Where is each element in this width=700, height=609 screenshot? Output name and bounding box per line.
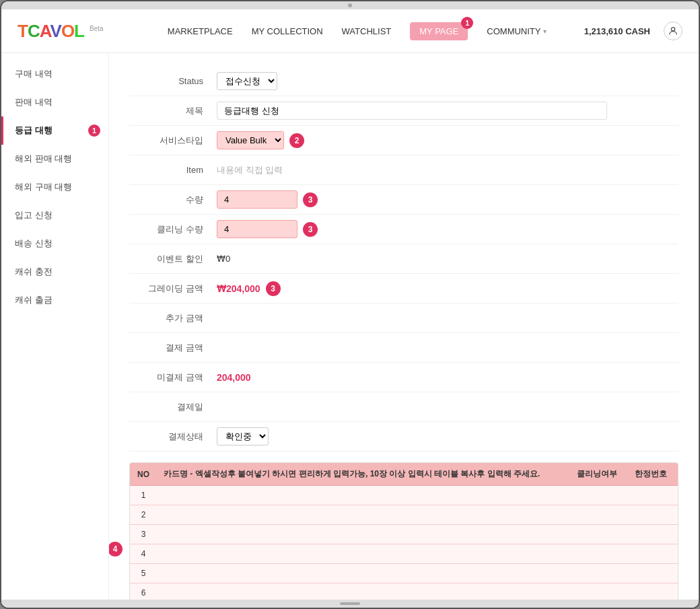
- service-type-label: 서비스타입: [129, 135, 217, 147]
- form-area: Status 접수신청 진행중 완료 제목 서비스타입: [109, 53, 699, 600]
- row-card-5[interactable]: [157, 564, 570, 583]
- row-no-1: 1: [130, 486, 157, 505]
- row-clean-1: [570, 486, 624, 505]
- row-limit-1: [624, 486, 678, 505]
- quantity-row: 수량 3: [129, 185, 678, 215]
- status-label: Status: [129, 76, 217, 86]
- row-clean-2: [570, 505, 624, 525]
- table-row: 6: [130, 583, 678, 600]
- nav-links: MARKETPLACE MY COLLECTION WATCHLIST MY P…: [131, 22, 584, 40]
- card-table-section: NO 카드명 - 엑셀작성후 붙여넣기 하시면 편리하게 입력가능, 10장 이…: [129, 462, 678, 600]
- event-discount-label: 이벤트 할인: [129, 253, 217, 265]
- nav-watchlist[interactable]: WATCHLIST: [342, 26, 392, 36]
- grading-amount-value: ₩204,000 3: [217, 281, 678, 296]
- cash-balance: 1,213,610 CASH: [584, 26, 650, 36]
- table-row: 4: [130, 544, 678, 564]
- nav-my-collection[interactable]: MY COLLECTION: [252, 26, 323, 36]
- row-no-5: 5: [130, 564, 157, 583]
- quantity-value: 3: [217, 190, 678, 209]
- payment-status-select[interactable]: 확인중 완료 미결제: [217, 427, 269, 445]
- payment-status-row: 결제상태 확인중 완료 미결제: [129, 422, 678, 452]
- sidebar-item-sale-history[interactable]: 판매 내역: [1, 88, 108, 116]
- row-limit-4: [624, 544, 678, 564]
- title-label: 제목: [129, 105, 217, 117]
- payment-status-label: 결제상태: [129, 431, 217, 443]
- user-icon[interactable]: [664, 22, 682, 40]
- row-card-4[interactable]: [157, 544, 570, 564]
- payment-amount-row: 결제 금액: [129, 333, 678, 363]
- row-no-6: 6: [130, 583, 157, 600]
- unpaid-amount-value: 204,000: [217, 372, 678, 383]
- sidebar-item-grade-proxy[interactable]: 등급 대행 1: [1, 116, 108, 145]
- service-type-badge: 2: [289, 133, 304, 148]
- service-type-row: 서비스타입 Value Bulk Standard Premium 2: [129, 126, 678, 155]
- table-badge: 4: [109, 542, 123, 557]
- row-card-6[interactable]: [157, 583, 570, 600]
- sidebar-item-overseas-sale[interactable]: 해외 판매 대행: [1, 145, 108, 173]
- payment-amount-label: 결제 금액: [129, 342, 217, 354]
- title-row: 제목: [129, 96, 678, 126]
- row-clean-6: [570, 583, 624, 600]
- event-discount-value: ₩0: [217, 254, 678, 264]
- nav-marketplace[interactable]: MARKETPLACE: [168, 26, 233, 36]
- table-row: 5: [130, 564, 678, 583]
- row-limit-3: [624, 525, 678, 544]
- card-input-3[interactable]: [164, 530, 563, 539]
- cleaning-qty-badge: 3: [303, 222, 318, 237]
- item-value: 내용에 직접 입력: [217, 164, 678, 176]
- row-card-3[interactable]: [157, 525, 570, 544]
- row-card-2[interactable]: [157, 505, 570, 525]
- card-input-5[interactable]: [164, 569, 563, 578]
- service-type-select[interactable]: Value Bulk Standard Premium: [217, 131, 284, 149]
- table-row: 3: [130, 525, 678, 544]
- top-bar: [1, 1, 699, 9]
- card-table: NO 카드명 - 엑셀작성후 붙여넣기 하시면 편리하게 입력가능, 10장 이…: [130, 463, 678, 600]
- sidebar-item-inbound[interactable]: 입고 신청: [1, 201, 108, 229]
- extra-amount-row: 추가 금액: [129, 303, 678, 333]
- service-type-value: Value Bulk Standard Premium 2: [217, 131, 678, 149]
- table-header-cleaning: 클리닝여부: [570, 463, 624, 486]
- card-input-1[interactable]: [164, 491, 563, 500]
- sidebar-item-overseas-purchase[interactable]: 해외 구매 대행: [1, 173, 108, 201]
- row-limit-6: [624, 583, 678, 600]
- row-clean-4: [570, 544, 624, 564]
- svg-point-0: [671, 28, 674, 31]
- sidebar-item-cash-charge[interactable]: 캐쉬 충전: [1, 258, 108, 286]
- payment-status-value: 확인중 완료 미결제: [217, 427, 678, 445]
- status-value: 접수신청 진행중 완료: [217, 72, 678, 90]
- title-value: [217, 102, 678, 120]
- row-card-1[interactable]: [157, 486, 570, 505]
- sidebar-item-purchase-history[interactable]: 구매 내역: [1, 60, 108, 88]
- cleaning-qty-input[interactable]: [217, 220, 298, 238]
- quantity-badge: 3: [303, 192, 318, 207]
- quantity-label: 수량: [129, 194, 217, 206]
- bottom-bar: [1, 600, 699, 608]
- cleaning-qty-value: 3: [217, 220, 678, 238]
- item-row: Item 내용에 직접 입력: [129, 155, 678, 185]
- card-input-6[interactable]: [164, 588, 563, 598]
- row-no-2: 2: [130, 505, 157, 525]
- logo-text: TCAVOL: [18, 21, 84, 42]
- title-input[interactable]: [217, 102, 607, 120]
- logo: TCAVOL Beta: [18, 21, 104, 42]
- cleaning-qty-label: 클리닝 수량: [129, 223, 217, 236]
- unpaid-amount-row: 미결제 금액 204,000: [129, 363, 678, 392]
- status-select[interactable]: 접수신청 진행중 완료: [217, 72, 277, 90]
- row-no-4: 4: [130, 544, 157, 564]
- bottom-indicator: [340, 602, 360, 605]
- sidebar-item-delivery[interactable]: 배송 신청: [1, 229, 108, 258]
- sidebar: 구매 내역 판매 내역 등급 대행 1 해외 판매 대행 해외 구매 대행 입고…: [1, 53, 109, 600]
- nav-community[interactable]: COMMUNITY ▾: [487, 26, 547, 36]
- status-row: Status 접수신청 진행중 완료: [129, 67, 678, 96]
- nav-my-page[interactable]: MY PAGE 1: [410, 22, 468, 40]
- payment-date-row: 결제일: [129, 392, 678, 422]
- table-header-limit: 한정번호: [624, 463, 678, 486]
- grading-amount-badge: 3: [266, 281, 281, 296]
- row-clean-3: [570, 525, 624, 544]
- main-content: 구매 내역 판매 내역 등급 대행 1 해외 판매 대행 해외 구매 대행 입고…: [1, 53, 699, 600]
- sidebar-grade-badge: 1: [88, 124, 100, 137]
- card-input-2[interactable]: [164, 510, 563, 520]
- quantity-input[interactable]: [217, 190, 298, 209]
- card-input-4[interactable]: [164, 549, 563, 559]
- sidebar-item-cash-withdraw[interactable]: 캐쉬 출금: [1, 286, 108, 314]
